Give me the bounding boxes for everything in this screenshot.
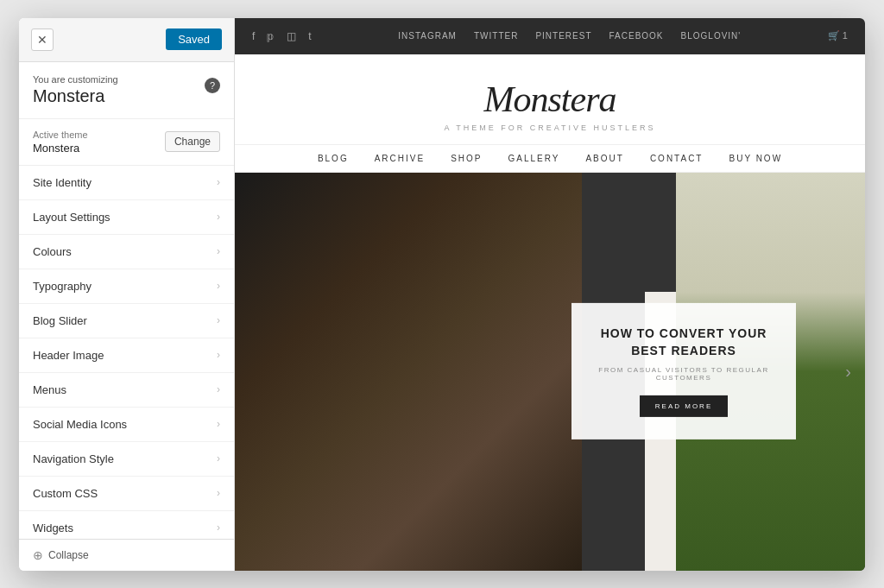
topbar-nav-pinterest[interactable]: PINTEREST <box>535 31 591 41</box>
instagram-icon[interactable]: ◫ <box>287 30 296 42</box>
theme-info: Active theme Monstera <box>33 130 88 155</box>
chevron-right-icon: › <box>217 487 220 499</box>
topbar-nav-twitter[interactable]: TWITTER <box>474 31 518 41</box>
preview-topbar: f 𝕡 ◫ t INSTAGRAMTWITTERPINTERESTFACEBOO… <box>235 18 865 54</box>
sidebar-item-site-identity[interactable]: Site Identity› <box>19 166 234 200</box>
close-button[interactable]: ✕ <box>31 28 54 51</box>
customizing-info: You are customizing Monstera <box>33 74 118 106</box>
main-nav-about[interactable]: ABOUT <box>585 154 623 163</box>
sidebar-item-label: Custom CSS <box>33 487 98 500</box>
sidebar-item-header-image[interactable]: Header Image› <box>19 338 234 373</box>
main-nav-buy-now[interactable]: BUY NOW <box>729 154 782 163</box>
hero-title: HOW TO CONVERT YOUR BEST READERS <box>597 326 770 359</box>
sidebar-item-label: Site Identity <box>33 176 92 189</box>
main-nav-shop[interactable]: SHOP <box>451 154 482 163</box>
chevron-right-icon: › <box>217 418 220 430</box>
theme-name: Monstera <box>33 142 88 155</box>
sidebar-header-left: ✕ <box>31 28 54 51</box>
hero-content-box: HOW TO CONVERT YOUR BEST READERS FROM CA… <box>571 303 796 439</box>
sidebar-item-navigation-style[interactable]: Navigation Style› <box>19 442 234 477</box>
collapse-icon: ⊕ <box>33 548 43 562</box>
pinterest-icon[interactable]: 𝕡 <box>267 30 275 42</box>
chevron-right-icon: › <box>217 349 220 361</box>
sidebar-item-menus[interactable]: Menus› <box>19 373 234 408</box>
twitter-icon[interactable]: t <box>308 30 311 42</box>
theme-section: Active theme Monstera Change <box>19 119 234 166</box>
sidebar-item-typography[interactable]: Typography› <box>19 269 234 304</box>
topbar-nav-facebook[interactable]: FACEBOOK <box>609 31 664 41</box>
sidebar-item-label: Header Image <box>33 349 104 362</box>
sidebar-item-blog-slider[interactable]: Blog Slider› <box>19 304 234 338</box>
sidebar-item-label: Menus <box>33 383 66 396</box>
main-nav-gallery[interactable]: GALLERY <box>508 154 559 163</box>
chevron-right-icon: › <box>217 314 220 326</box>
customizing-name: Monstera <box>33 86 118 106</box>
sidebar-item-custom-css[interactable]: Custom CSS› <box>19 477 234 511</box>
chevron-right-icon: › <box>217 452 220 465</box>
site-logo: Monstera <box>252 79 848 120</box>
sidebar-item-label: Colours <box>33 245 72 258</box>
chevron-right-icon: › <box>217 176 220 188</box>
hero-read-more-button[interactable]: READ MORE <box>640 395 728 417</box>
sidebar-item-label: Typography <box>33 280 92 293</box>
sidebar-item-label: Navigation Style <box>33 452 114 465</box>
facebook-icon[interactable]: f <box>252 30 255 42</box>
menu-list: Site Identity›Layout Settings›Colours›Ty… <box>19 166 234 539</box>
main-nav-blog[interactable]: BLOG <box>318 154 349 163</box>
chevron-right-icon: › <box>217 245 220 257</box>
topbar-nav-bloglovin'[interactable]: BLOGLOVIN' <box>681 31 742 41</box>
topbar-nav-instagram[interactable]: INSTAGRAM <box>398 31 457 41</box>
app-window: ✕ Saved You are customizing Monstera ? A… <box>19 18 865 571</box>
sidebar-item-label: Blog Slider <box>33 314 87 327</box>
customizing-section: You are customizing Monstera ? <box>19 62 234 119</box>
cart-button[interactable]: 🛒 1 <box>828 30 848 41</box>
sidebar-item-label: Widgets <box>33 522 73 534</box>
site-header: Monstera A THEME FOR CREATIVE HUSTLERS <box>235 54 865 144</box>
hero-subtitle: FROM CASUAL VISITORS TO REGULAR CUSTOMER… <box>597 366 770 382</box>
hero-next-arrow[interactable]: › <box>845 362 851 382</box>
sidebar-item-colours[interactable]: Colours› <box>19 235 234 269</box>
help-button[interactable]: ? <box>205 78 220 93</box>
customizing-text: You are customizing <box>33 74 118 85</box>
hero-person-bg <box>235 173 582 571</box>
sidebar-header: ✕ Saved <box>19 18 234 62</box>
main-nav: BLOGARCHIVESHOPGALLERYABOUTCONTACTBUY NO… <box>235 144 865 173</box>
collapse-label: Collapse <box>48 549 89 561</box>
saved-button[interactable]: Saved <box>166 28 222 50</box>
change-theme-button[interactable]: Change <box>165 131 220 152</box>
main-nav-archive[interactable]: ARCHIVE <box>375 154 425 163</box>
active-theme-label: Active theme <box>33 130 88 140</box>
chevron-right-icon: › <box>217 522 220 534</box>
sidebar: ✕ Saved You are customizing Monstera ? A… <box>19 18 235 571</box>
preview-area: f 𝕡 ◫ t INSTAGRAMTWITTERPINTERESTFACEBOO… <box>235 18 865 571</box>
sidebar-item-social-media-icons[interactable]: Social Media Icons› <box>19 408 234 442</box>
chevron-right-icon: › <box>217 211 220 223</box>
sidebar-item-label: Social Media Icons <box>33 418 127 431</box>
site-tagline: A THEME FOR CREATIVE HUSTLERS <box>252 123 848 132</box>
main-nav-contact[interactable]: CONTACT <box>650 154 704 163</box>
sidebar-item-label: Layout Settings <box>33 211 110 224</box>
topbar-social-icons: f 𝕡 ◫ t <box>252 30 312 42</box>
collapse-button[interactable]: ⊕ Collapse <box>19 539 234 571</box>
hero-section: HOW TO CONVERT YOUR BEST READERS FROM CA… <box>235 173 865 571</box>
chevron-right-icon: › <box>217 383 220 395</box>
sidebar-item-widgets[interactable]: Widgets› <box>19 511 234 539</box>
sidebar-item-layout-settings[interactable]: Layout Settings› <box>19 200 234 235</box>
chevron-right-icon: › <box>217 280 220 292</box>
topbar-nav-links: INSTAGRAMTWITTERPINTERESTFACEBOOKBLOGLOV… <box>398 31 741 41</box>
